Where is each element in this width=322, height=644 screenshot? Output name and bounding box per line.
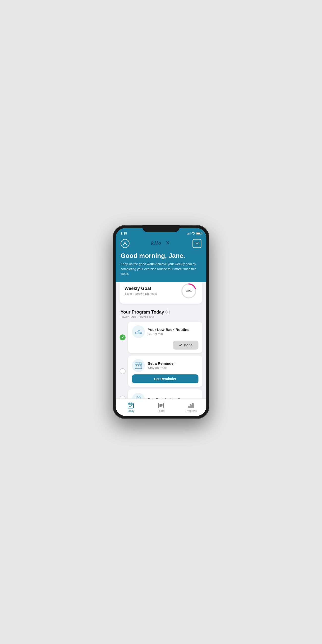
svg-rect-31 [188, 406, 189, 408]
weekly-goal-title: Weekly Goal [125, 286, 157, 291]
set-reminder-button[interactable]: Set Reminder [132, 374, 198, 383]
greeting-title: Good morning, Jane. [121, 252, 201, 260]
task-card-reminder[interactable]: Set a Reminder Stay on track Set Reminde… [128, 356, 202, 387]
task-checkbox-reminder [120, 368, 126, 374]
task-name-reminder: Set a Reminder [148, 361, 175, 366]
battery-icon [196, 232, 201, 235]
svg-rect-11 [136, 365, 137, 366]
task-info-low-back: Your Low Back Routine 8 – 19 min [148, 328, 189, 336]
program-subtitle: Lower Back · Level 1 of 3 [121, 315, 201, 319]
nav-learn[interactable]: Learn [146, 400, 176, 414]
svg-rect-13 [140, 365, 141, 366]
nav-progress[interactable]: Progress [176, 400, 206, 414]
program-section-header: Your Program Today i Lower Back · Level … [116, 308, 206, 320]
svg-rect-4 [195, 242, 199, 245]
task-item-low-back: Your Low Back Routine 8 – 19 min Done [120, 322, 202, 353]
user-avatar-button[interactable] [121, 239, 130, 248]
task-action-reminder: Set Reminder [132, 374, 198, 383]
task-name-low-back: Your Low Back Routine [148, 328, 189, 332]
svg-rect-23 [128, 403, 134, 408]
bottom-nav: Today Learn [116, 398, 206, 416]
progress-percent: 20% [185, 289, 192, 293]
task-list: Your Low Back Routine 8 – 19 min Done [116, 320, 206, 410]
svg-rect-12 [138, 365, 139, 366]
status-time: 1:35 [121, 232, 127, 235]
learn-nav-label: Learn [158, 410, 164, 412]
task-card-top: Your Low Back Routine 8 – 19 min [132, 325, 198, 338]
nav-today[interactable]: Today [116, 400, 146, 414]
info-icon[interactable]: i [165, 310, 170, 314]
svg-text:kiio: kiio [151, 240, 161, 246]
svg-rect-15 [138, 366, 139, 367]
task-duration-reminder: Stay on track [148, 366, 175, 370]
phone-frame: 1:35 [113, 225, 209, 419]
svg-rect-33 [192, 404, 193, 408]
progress-nav-label: Progress [186, 410, 197, 412]
svg-rect-18 [138, 396, 140, 397]
mail-button[interactable] [192, 239, 201, 248]
done-button[interactable]: Done [173, 341, 198, 350]
signal-icon [187, 232, 190, 234]
notch [142, 225, 180, 232]
learn-nav-icon [158, 402, 164, 409]
greeting-subtitle: Keep up the good work! Achieve your week… [121, 262, 201, 276]
weekly-goal-card: Weekly Goal 1 of 5 Exercise Routines 20% [120, 282, 202, 304]
task-duration-low-back: 8 – 19 min [148, 332, 189, 336]
svg-point-0 [124, 242, 126, 244]
task-action-low-back: Done [132, 341, 198, 350]
task-item-reminder: Set a Reminder Stay on track Set Reminde… [120, 356, 202, 387]
svg-rect-16 [140, 366, 141, 367]
header-top: kiio [121, 239, 201, 248]
weekly-goal-subtitle: 1 of 5 Exercise Routines [125, 292, 157, 296]
progress-nav-icon [188, 402, 194, 409]
today-nav-icon [128, 402, 134, 409]
task-card-low-back[interactable]: Your Low Back Routine 8 – 19 min Done [128, 322, 202, 353]
task-info-reminder: Set a Reminder Stay on track [148, 361, 175, 370]
svg-rect-32 [190, 405, 191, 408]
app-logo: kiio [151, 239, 171, 248]
svg-rect-14 [136, 366, 137, 367]
program-title: Your Program Today i [121, 310, 201, 315]
status-icons [187, 232, 201, 235]
calendar-icon-circle [132, 359, 145, 372]
phone-screen: 1:35 [116, 228, 206, 416]
task-card-top-reminder: Set a Reminder Stay on track [132, 359, 198, 372]
today-nav-label: Today [127, 410, 134, 412]
header: kiio Good morning, Jane. Keep up the goo… [116, 237, 206, 282]
main-content: Weekly Goal 1 of 5 Exercise Routines 20%… [116, 282, 206, 416]
wifi-icon [191, 232, 195, 234]
progress-circle: 20% [180, 282, 197, 300]
shoe-icon-circle [132, 325, 145, 338]
task-checkbox-low-back [120, 334, 126, 340]
weekly-goal-info: Weekly Goal 1 of 5 Exercise Routines [125, 286, 157, 296]
